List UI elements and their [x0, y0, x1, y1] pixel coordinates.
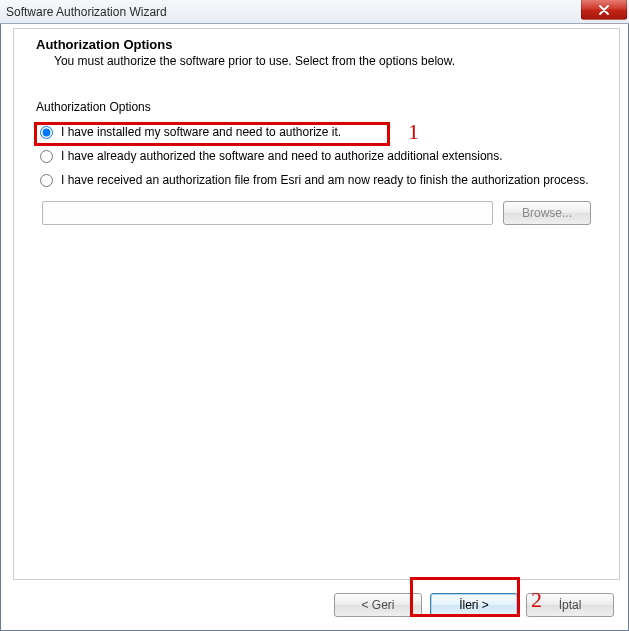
header: Authorization Options You must authorize…: [14, 29, 619, 80]
cancel-button[interactable]: İptal: [526, 593, 614, 617]
wizard-footer: < Geri İleri > İptal: [1, 580, 628, 630]
radio-install-authorize-label: I have installed my software and need to…: [61, 124, 341, 140]
auth-file-path-input[interactable]: [42, 201, 493, 225]
auth-file-row: Browse...: [42, 201, 591, 225]
browse-button[interactable]: Browse...: [503, 201, 591, 225]
option-auth-file[interactable]: I have received an authorization file fr…: [40, 172, 599, 188]
window-title: Software Authorization Wizard: [6, 5, 167, 19]
next-button[interactable]: İleri >: [430, 593, 518, 617]
back-button[interactable]: < Geri: [334, 593, 422, 617]
option-install-authorize[interactable]: I have installed my software and need to…: [40, 124, 599, 140]
page-title: Authorization Options: [36, 37, 597, 52]
radio-additional-extensions-label: I have already authorized the software a…: [61, 148, 503, 164]
group-title: Authorization Options: [36, 100, 603, 114]
authorization-options-group: Authorization Options I have installed m…: [30, 100, 603, 225]
window-controls: [581, 0, 629, 23]
radio-auth-file[interactable]: [40, 174, 53, 187]
page-subtitle: You must authorize the software prior to…: [54, 54, 597, 68]
option-additional-extensions[interactable]: I have already authorized the software a…: [40, 148, 599, 164]
titlebar: Software Authorization Wizard: [0, 0, 629, 24]
dialog-body: Authorization Options You must authorize…: [13, 28, 620, 580]
dialog-frame: Authorization Options You must authorize…: [0, 24, 629, 631]
radio-install-authorize[interactable]: [40, 126, 53, 139]
close-icon[interactable]: [581, 0, 627, 20]
radio-auth-file-label: I have received an authorization file fr…: [61, 172, 589, 188]
radio-additional-extensions[interactable]: [40, 150, 53, 163]
